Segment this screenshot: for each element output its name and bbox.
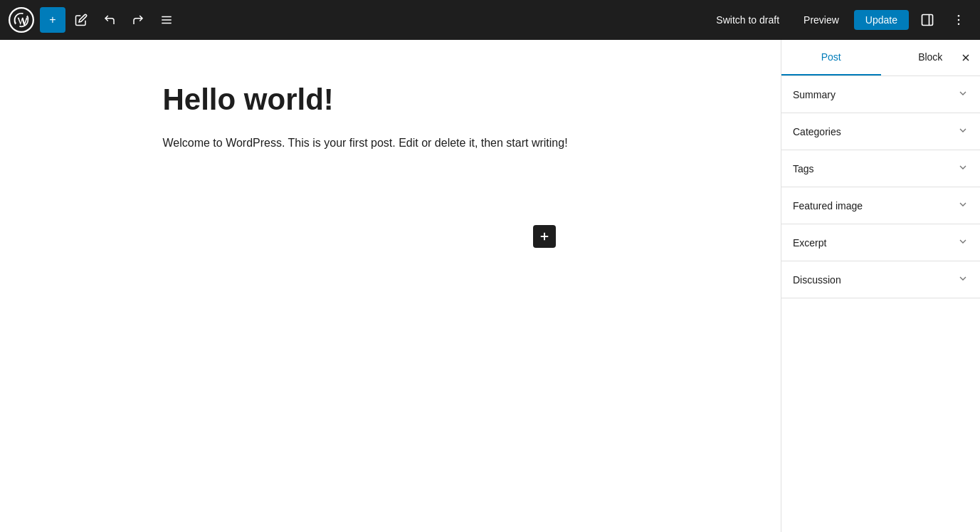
discussion-section-header[interactable]: Discussion [781, 261, 980, 298]
preview-button[interactable]: Preview [794, 9, 848, 31]
sidebar-section-categories: Categories [781, 113, 980, 150]
categories-section-header[interactable]: Categories [781, 113, 980, 150]
excerpt-chevron-icon [957, 236, 969, 249]
excerpt-section-header[interactable]: Excerpt [781, 224, 980, 261]
post-title[interactable]: Hello world! [163, 83, 618, 117]
wp-logo[interactable] [9, 7, 34, 33]
switch-to-draft-button[interactable]: Switch to draft [707, 9, 789, 31]
toolbar-right: Switch to draft Preview Update [707, 7, 971, 33]
more-options-button[interactable] [946, 7, 971, 33]
tags-chevron-icon [957, 162, 969, 175]
sidebar: Post Block Summary Cate [781, 40, 980, 532]
editor-area[interactable]: Hello world! Welcome to WordPress. This … [0, 40, 781, 532]
editor-content: Hello world! Welcome to WordPress. This … [135, 40, 647, 532]
featured-image-section-title: Featured image [793, 200, 863, 212]
categories-chevron-icon [957, 125, 969, 138]
main-area: Hello world! Welcome to WordPress. This … [0, 40, 980, 532]
svg-point-6 [958, 15, 960, 17]
categories-section-title: Categories [793, 126, 841, 137]
add-block-button[interactable]: + [40, 7, 65, 33]
sidebar-section-discussion: Discussion [781, 261, 980, 298]
tab-post[interactable]: Post [781, 40, 881, 75]
update-button[interactable]: Update [854, 10, 909, 30]
featured-image-chevron-icon [957, 199, 969, 212]
discussion-section-title: Discussion [793, 274, 841, 286]
summary-chevron-icon [957, 88, 969, 101]
edit-tool-button[interactable] [68, 7, 94, 33]
main-toolbar: + Switch to draft Preview Update [0, 0, 980, 40]
add-block-inline-button[interactable] [533, 225, 556, 248]
featured-image-section-header[interactable]: Featured image [781, 187, 980, 224]
post-body[interactable]: Welcome to WordPress. This is your first… [163, 134, 618, 152]
sidebar-section-featured-image: Featured image [781, 187, 980, 224]
sidebar-section-excerpt: Excerpt [781, 224, 980, 261]
svg-point-8 [958, 24, 960, 26]
sidebar-tabs: Post Block [781, 40, 980, 76]
sidebar-close-button[interactable] [952, 43, 980, 72]
redo-button[interactable] [125, 7, 151, 33]
svg-rect-4 [922, 15, 933, 26]
sidebar-section-summary: Summary [781, 76, 980, 113]
tags-section-title: Tags [793, 163, 814, 174]
tags-section-header[interactable]: Tags [781, 150, 980, 187]
summary-section-title: Summary [793, 89, 836, 100]
discussion-chevron-icon [957, 273, 969, 286]
sidebar-toggle-button[interactable] [915, 7, 940, 33]
summary-section-header[interactable]: Summary [781, 76, 980, 113]
sidebar-section-tags: Tags [781, 150, 980, 187]
document-overview-button[interactable] [154, 7, 179, 33]
svg-point-7 [958, 19, 960, 21]
excerpt-section-title: Excerpt [793, 237, 826, 249]
undo-button[interactable] [97, 7, 122, 33]
